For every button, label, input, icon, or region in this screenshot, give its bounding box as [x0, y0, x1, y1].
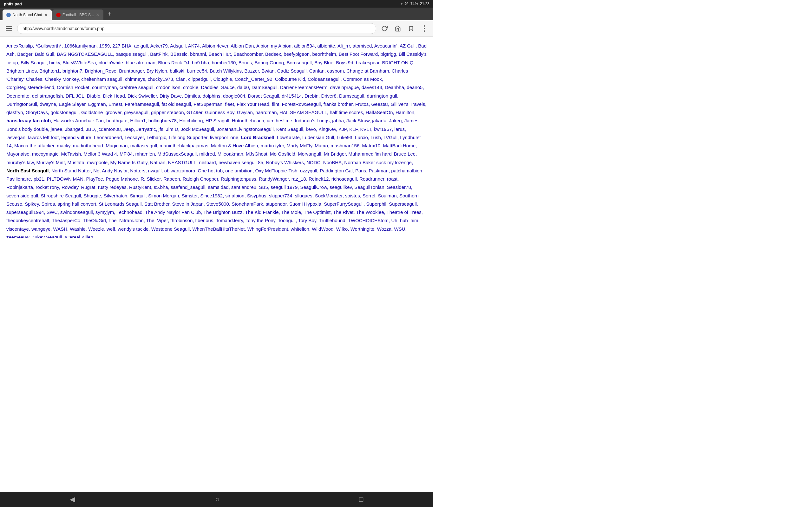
svg-point-4	[424, 28, 425, 29]
svg-rect-2	[6, 31, 12, 31]
url-bar[interactable]	[17, 23, 376, 34]
tab-title-1: North Stand Chat	[13, 13, 42, 17]
north-east-seagull: North East Seagull	[6, 168, 49, 173]
bluetooth-icon: ⌖	[401, 2, 403, 6]
time-text: 21:23	[420, 2, 429, 6]
home-icon[interactable]	[393, 23, 403, 34]
tab-close-1[interactable]: ✕	[44, 12, 48, 17]
menu-icon[interactable]	[4, 23, 14, 34]
members-list: AmexRuislip, *Gullsworth*, 1066familyman…	[6, 42, 427, 238]
content-area: AmexRuislip, *Gullsworth*, 1066familyman…	[0, 37, 433, 238]
tab-northstandchat[interactable]: North Stand Chat ✕	[3, 9, 52, 20]
tab-favicon-2	[56, 13, 61, 17]
hans-link[interactable]: hans kraay fan club	[6, 118, 51, 123]
svg-point-5	[424, 31, 425, 32]
svg-point-3	[424, 25, 425, 26]
tab-title-2: Football - BBC S...	[62, 13, 94, 17]
nav-bar	[0, 20, 433, 37]
new-tab-button[interactable]: +	[105, 10, 114, 18]
more-icon[interactable]	[419, 23, 429, 34]
wifi-icon: ⌘	[405, 2, 409, 6]
tab-bar: North Stand Chat ✕ Football - BBC S... ✕…	[0, 8, 433, 20]
svg-rect-1	[6, 28, 12, 29]
status-title: phils pad	[4, 2, 22, 6]
status-bar: phils pad ⌖ ⌘ 74% 21:23	[0, 0, 433, 8]
tab-bbc[interactable]: Football - BBC S... ✕	[52, 9, 103, 20]
tab-close-2[interactable]: ✕	[96, 12, 100, 17]
status-right: ⌖ ⌘ 74% 21:23	[401, 2, 429, 6]
bookmark-icon[interactable]	[406, 23, 416, 34]
lord-bracknell-link[interactable]: Lord Bracknell	[241, 135, 274, 140]
tab-favicon-1	[6, 13, 11, 17]
battery-text: 74%	[410, 2, 418, 6]
refresh-icon[interactable]	[379, 23, 390, 34]
svg-rect-0	[6, 26, 12, 26]
